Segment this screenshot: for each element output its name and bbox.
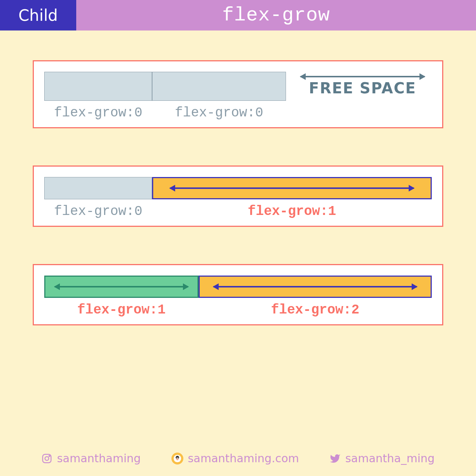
example-1: FREE SPACE flex-grow:0 flex-grow:0: [33, 60, 443, 128]
example-2: flex-grow:0 flex-grow:1: [33, 165, 443, 227]
flex-item-grow-0: [44, 177, 152, 199]
flex-item-label: flex-grow:1: [152, 204, 432, 219]
header-badge: Child: [0, 0, 76, 30]
svg-point-6: [176, 458, 177, 459]
flex-item-label: flex-grow:2: [199, 302, 432, 318]
header-title: flex-grow: [76, 0, 476, 30]
double-arrow-icon: [55, 286, 189, 287]
flex-item-grow-2: [199, 276, 432, 298]
flex-item-label: flex-grow:0: [44, 204, 152, 219]
flex-item-grow-0: [44, 72, 152, 101]
free-space-area: FREE SPACE: [286, 76, 432, 97]
flex-item-grow-0: [152, 72, 286, 101]
twitter-link[interactable]: samantha_ming: [329, 452, 434, 465]
instagram-link[interactable]: samanthaming: [41, 452, 141, 465]
instagram-handle: samanthaming: [57, 452, 141, 465]
avatar-icon: [171, 453, 183, 464]
svg-point-7: [178, 458, 178, 459]
flex-item-label: flex-grow:1: [44, 302, 199, 318]
svg-point-2: [49, 455, 50, 456]
footer: samanthaming samanthaming.com samantha_m…: [0, 452, 476, 465]
flex-item-grow-1: [152, 177, 432, 199]
content: FREE SPACE flex-grow:0 flex-grow:0 flex-…: [0, 30, 476, 325]
website-url: samanthaming.com: [188, 452, 299, 465]
twitter-handle: samantha_ming: [345, 452, 434, 465]
website-link[interactable]: samanthaming.com: [171, 452, 299, 465]
svg-point-1: [45, 457, 49, 460]
flex-item-grow-1: [44, 276, 199, 298]
free-space-label: FREE SPACE: [309, 80, 416, 97]
instagram-icon: [41, 453, 52, 464]
example-3: flex-grow:1 flex-grow:2: [33, 264, 443, 325]
double-arrow-icon: [213, 286, 416, 287]
flex-item-label: flex-grow:0: [44, 105, 152, 120]
twitter-icon: [329, 453, 341, 464]
header: Child flex-grow: [0, 0, 476, 30]
double-arrow-icon: [300, 76, 425, 77]
double-arrow-icon: [170, 187, 414, 189]
flex-item-label: flex-grow:0: [152, 105, 286, 120]
